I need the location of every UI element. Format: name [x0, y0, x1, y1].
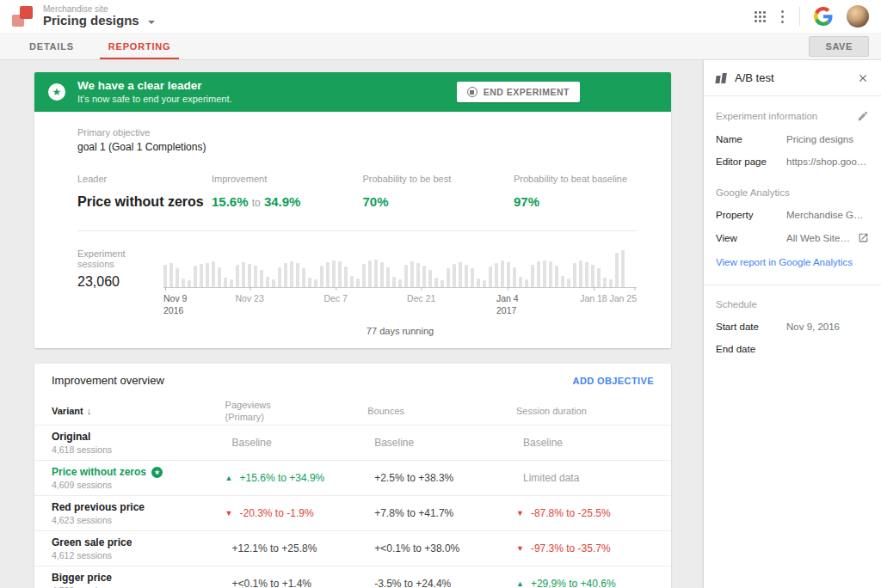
metric-cell: +2.5% to +38.3% — [367, 472, 516, 484]
session-bar — [477, 279, 480, 287]
variant-name: Red previous price — [52, 501, 225, 513]
session-bar — [398, 279, 402, 287]
session-bar — [302, 268, 305, 288]
apps-grid-icon[interactable] — [755, 11, 766, 22]
sessions-chart-section: Experiment sessions 23,060 Nov 92016 Nov… — [34, 231, 671, 348]
session-bar — [501, 260, 504, 287]
session-bar — [320, 266, 323, 287]
table-row: Bigger price 4,598 sessions +<0.1% to +1… — [34, 566, 671, 588]
editor-page-label: Editor page — [716, 156, 786, 167]
session-bar — [483, 280, 486, 287]
edit-pencil-icon[interactable] — [857, 110, 869, 122]
session-bar — [579, 260, 582, 288]
app-bar: Merchandise site Pricing designs — [0, 0, 881, 33]
schedule-label: Schedule — [716, 299, 757, 309]
session-bar — [260, 270, 263, 287]
session-bar — [537, 261, 540, 287]
add-objective-button[interactable]: ADD OBJECTIVE — [573, 376, 654, 386]
editor-page-value: https://shop.googleme... — [786, 156, 869, 167]
session-bar — [188, 280, 191, 287]
experiment-info-label: Experiment information — [716, 111, 817, 121]
experiment-dropdown-caret-icon[interactable] — [148, 21, 155, 24]
divider — [704, 285, 881, 285]
variant-sessions: 4,609 sessions — [52, 480, 225, 490]
google-logo-icon[interactable] — [814, 7, 833, 26]
session-bar — [447, 268, 450, 288]
sessions-chart — [163, 248, 637, 288]
metric-cell: +7.8% to +41.7% — [367, 507, 516, 519]
variant-name: Original — [52, 431, 225, 443]
days-running-label: 77 days running — [163, 326, 637, 336]
variant-name: Price without zeros ★ — [52, 466, 225, 478]
session-bar — [212, 261, 215, 287]
session-bar — [465, 265, 468, 287]
banner-subtitle: It’s now safe to end your experiment. — [77, 94, 232, 106]
session-bar — [230, 279, 233, 287]
session-bar — [224, 278, 227, 287]
session-bar — [513, 267, 516, 287]
down-arrow-icon: ▼ — [225, 509, 233, 518]
session-bar — [380, 262, 384, 287]
session-bar — [489, 266, 492, 287]
open-in-new-icon[interactable] — [858, 232, 869, 243]
table-row: Red previous price 4,623 sessions ▼-20.3… — [34, 495, 671, 530]
session-bar — [278, 267, 281, 287]
session-bar — [555, 266, 558, 287]
metric-cell: ▲+29.9% to +40.6% — [516, 578, 671, 588]
tab-details[interactable]: DETAILS — [12, 33, 91, 59]
metric-cell: Baseline — [225, 437, 368, 449]
session-bar — [525, 279, 528, 287]
session-bar — [471, 268, 474, 287]
session-bar — [416, 263, 420, 287]
leader-badge-icon: ★ — [151, 467, 163, 478]
table-header-row: Variant↓ Pageviews(Primary) Bounces Sess… — [34, 397, 671, 425]
save-button[interactable]: SAVE — [809, 36, 869, 57]
session-bar — [362, 264, 366, 287]
view-report-link[interactable]: View report in Google Analytics — [716, 257, 869, 267]
metric-cell: ▼-87.8% to -25.5% — [516, 507, 671, 519]
session-bar — [386, 267, 390, 287]
stop-icon — [467, 87, 477, 97]
metric-cell: Baseline — [516, 437, 671, 449]
leader-banner: ★ We have a clear leader It’s now safe t… — [34, 72, 671, 112]
session-bar — [507, 262, 510, 287]
metric-cell: ▼-97.3% to -35.7% — [516, 542, 671, 554]
table-row: Price without zeros ★ 4,609 sessions ▲+1… — [34, 460, 671, 495]
column-variant[interactable]: Variant↓ — [52, 405, 225, 417]
column-pageviews: Pageviews(Primary) — [225, 399, 368, 424]
more-options-icon[interactable] — [779, 10, 786, 23]
metric-cell: -3.5% to +24.4% — [367, 578, 516, 588]
variant-sessions: 4,612 sessions — [52, 550, 225, 560]
down-arrow-icon: ▼ — [516, 509, 524, 518]
variant-name: Green sale price — [52, 536, 225, 548]
up-arrow-icon: ▲ — [516, 579, 524, 588]
session-bar — [254, 266, 257, 287]
session-bar — [591, 265, 595, 287]
session-bar — [296, 263, 299, 287]
session-bar — [344, 266, 348, 287]
leader-label: Leader — [77, 174, 212, 184]
close-icon[interactable] — [857, 72, 869, 84]
variant-name: Bigger price — [52, 572, 225, 584]
session-bar — [621, 250, 625, 287]
tab-reporting[interactable]: REPORTING — [91, 33, 188, 59]
session-bar — [248, 264, 251, 287]
session-bar — [242, 262, 245, 287]
prob-beat-baseline-label: Probability to beat baseline — [514, 174, 637, 184]
improvement-label: Improvement — [212, 174, 363, 184]
reporting-summary-card: ★ We have a clear leader It’s now safe t… — [34, 72, 671, 348]
ab-test-panel: A/B test Experiment information NamePric… — [704, 60, 881, 588]
divider — [799, 7, 800, 26]
session-bar — [326, 262, 330, 287]
session-bar — [200, 264, 203, 287]
end-experiment-button[interactable]: END EXPERIMENT — [457, 82, 580, 102]
session-bar — [374, 260, 378, 287]
user-avatar[interactable] — [847, 5, 869, 28]
sort-down-icon: ↓ — [87, 406, 92, 416]
metric-cell: Baseline — [367, 437, 516, 449]
session-bar — [585, 262, 588, 287]
session-bar — [410, 261, 414, 287]
view-value: All Web Site Data — [786, 233, 853, 243]
view-label: View — [716, 233, 786, 243]
start-date-value: Nov 9, 2016 — [786, 322, 869, 332]
